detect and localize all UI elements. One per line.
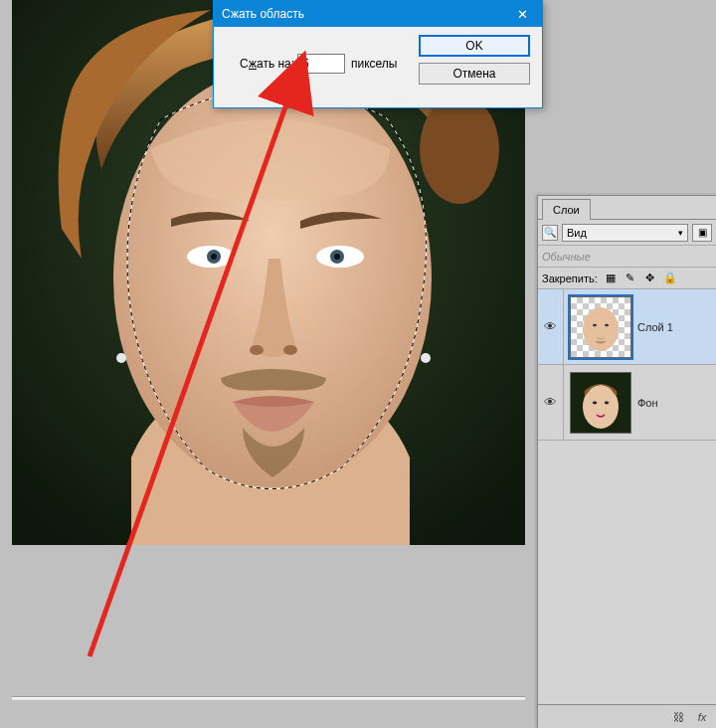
cancel-button[interactable]: Отмена [419,63,530,85]
search-icon: 🔍 [544,227,556,238]
eye-icon: 👁 [544,395,557,410]
svg-point-17 [605,323,609,326]
layer-thumbnail[interactable] [570,296,631,358]
canvas-area [0,0,537,728]
lock-transparent-icon[interactable]: ▦ [604,272,618,285]
layer-row[interactable]: 👁 Слой 1 [538,289,716,365]
blend-mode-row[interactable]: Обычные [538,246,716,268]
visibility-toggle[interactable]: 👁 [538,289,564,364]
visibility-toggle[interactable]: 👁 [538,365,564,440]
svg-point-20 [593,401,597,404]
svg-point-16 [593,323,597,326]
link-layers-icon[interactable]: ⛓ [668,708,688,726]
contract-unit-label: пикселы [351,57,398,71]
contract-by-label: Сжать на: [240,57,294,71]
filter-image-button[interactable]: ▣ [692,224,712,242]
svg-point-11 [283,345,297,355]
svg-point-15 [583,307,619,351]
layers-panel-footer: ⛓ fx [538,704,716,728]
tab-layers[interactable]: Слои [542,199,591,220]
contract-selection-dialog: Сжать область ✕ Сжать на: пикселы OK Отм… [213,0,543,108]
svg-point-21 [605,401,609,404]
fx-icon[interactable]: fx [692,708,712,726]
layer-row[interactable]: 👁 Фон [538,365,716,441]
lock-pixels-icon[interactable]: ✎ [624,272,637,285]
layer-name-label: Фон [637,397,658,409]
ok-button[interactable]: OK [419,35,530,57]
image-icon: ▣ [698,227,707,238]
dialog-body: Сжать на: пикселы OK Отмена [214,27,542,108]
dialog-close-button[interactable]: ✕ [502,1,542,27]
blend-mode-label: Обычные [542,251,591,263]
svg-point-12 [116,353,126,363]
layer-filter-row: 🔍 Вид ▣ [538,220,716,246]
canvas-bottom-edge [12,696,525,700]
svg-point-10 [250,345,264,355]
layer-name-label: Слой 1 [637,321,673,333]
svg-point-2 [420,94,499,204]
filter-type-button[interactable]: 🔍 [542,225,558,241]
dialog-titlebar[interactable]: Сжать область ✕ [214,1,542,27]
svg-point-9 [334,254,340,260]
lock-all-icon[interactable]: 🔒 [663,272,677,285]
svg-point-13 [421,353,431,363]
dialog-title: Сжать область [222,7,304,21]
lock-label: Закрепить: [542,273,598,284]
layers-list: 👁 Слой 1 👁 [538,289,716,441]
layer-thumbnail[interactable] [570,372,631,434]
contract-by-input[interactable] [297,54,345,74]
panel-tabs: Слои [538,196,716,220]
lock-row: Закрепить: ▦ ✎ ✥ 🔒 [538,268,716,289]
filter-kind-select[interactable]: Вид [562,224,688,242]
eye-icon: 👁 [544,319,557,334]
close-icon: ✕ [517,7,528,22]
layers-panel: Слои 🔍 Вид ▣ Обычные Закрепить: ▦ ✎ ✥ 🔒 … [537,195,716,728]
svg-point-6 [211,254,217,260]
lock-position-icon[interactable]: ✥ [643,272,657,285]
